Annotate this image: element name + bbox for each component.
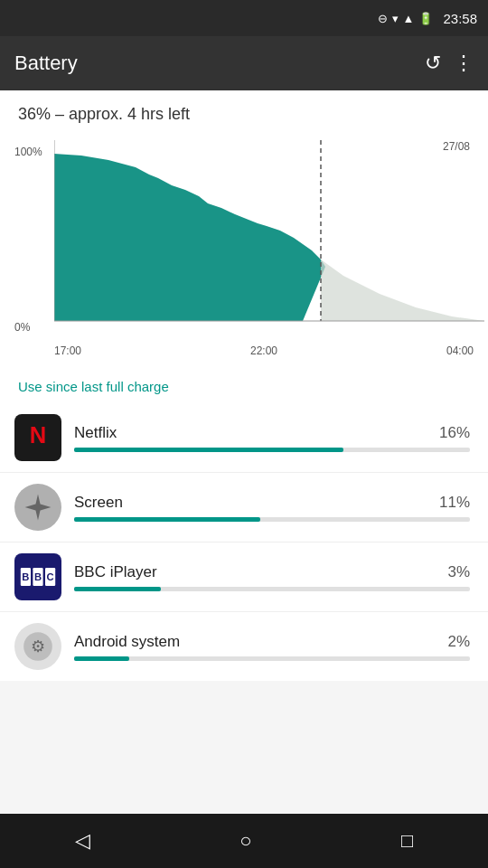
chart-container: 27/08 100% 0% 17:00 22:00 04:00	[0, 133, 488, 366]
netflix-info: Netflix 16%	[74, 424, 470, 452]
status-bar: ⊖ ▾ ▲ 🔋 23:58	[0, 0, 488, 36]
recent-button[interactable]: □	[401, 829, 413, 853]
android-bar-fill	[74, 656, 129, 661]
y-label-100: 100%	[14, 146, 42, 158]
chart-svg	[54, 140, 474, 343]
x-label-0400: 04:00	[446, 344, 474, 357]
svg-text:C: C	[47, 571, 54, 582]
svg-marker-1	[321, 259, 484, 321]
bbc-icon: B B C	[14, 553, 61, 600]
screen-bar-bg	[74, 517, 470, 522]
screen-icon	[14, 484, 61, 531]
netflix-pct: 16%	[439, 424, 470, 442]
bbc-pct: 3%	[447, 563, 470, 581]
x-label-2200: 22:00	[250, 344, 277, 357]
chart-x-labels: 17:00 22:00 04:00	[54, 343, 474, 359]
refresh-button[interactable]: ↺	[425, 52, 441, 75]
chart-date-label: 27/08	[443, 140, 470, 153]
svg-text:⚙: ⚙	[31, 637, 45, 656]
signal-icon: ▲	[403, 12, 415, 25]
screen-bar-fill	[74, 517, 260, 522]
screen-name: Screen	[74, 494, 123, 512]
status-time: 23:58	[443, 11, 477, 26]
netflix-bar-bg	[74, 448, 470, 452]
android-pct: 2%	[447, 633, 470, 651]
toolbar-actions: ↺ ⋮	[425, 52, 474, 75]
svg-text:B: B	[34, 571, 42, 582]
status-icons: ⊖ ▾ ▲ 🔋 23:58	[378, 11, 477, 26]
bbc-bar-bg	[74, 587, 470, 591]
list-item[interactable]: Screen 11%	[0, 473, 488, 542]
bbc-bar-fill	[74, 587, 161, 591]
list-item[interactable]: N Netflix 16%	[0, 403, 488, 473]
app-list: N Netflix 16% Screen 11%	[0, 403, 488, 681]
y-label-0: 0%	[14, 321, 42, 334]
netflix-icon: N	[14, 414, 61, 461]
battery-icon: 🔋	[418, 12, 433, 25]
svg-text:B: B	[22, 571, 29, 582]
list-item[interactable]: B B C BBC iPlayer 3%	[0, 542, 488, 612]
netflix-name: Netflix	[74, 424, 117, 442]
wifi-icon: ▾	[392, 12, 399, 25]
back-button[interactable]: ◁	[75, 829, 90, 853]
toolbar: Battery ↺ ⋮	[0, 36, 488, 90]
svg-marker-6	[25, 495, 52, 521]
android-name: Android system	[74, 633, 180, 651]
page-title: Battery	[14, 52, 425, 75]
home-button[interactable]: ○	[239, 829, 251, 853]
section-header: Use since last full charge	[0, 366, 488, 403]
battery-summary-text: 36% – approx. 4 hrs left	[18, 105, 190, 123]
battery-summary: 36% – approx. 4 hrs left	[0, 90, 488, 133]
screen-info: Screen 11%	[74, 494, 470, 522]
screen-pct: 11%	[439, 494, 470, 512]
list-item[interactable]: ⚙ Android system 2%	[0, 612, 488, 681]
svg-marker-0	[54, 154, 325, 321]
section-header-text: Use since last full charge	[18, 379, 169, 394]
android-icon: ⚙	[14, 623, 61, 670]
block-icon: ⊖	[378, 12, 388, 25]
nav-bar: ◁ ○ □	[0, 814, 488, 868]
bbc-name: BBC iPlayer	[74, 563, 157, 581]
netflix-bar-fill	[74, 448, 343, 452]
android-bar-bg	[74, 656, 470, 661]
bbc-info: BBC iPlayer 3%	[74, 563, 470, 591]
x-label-1700: 17:00	[54, 344, 81, 357]
more-options-button[interactable]: ⋮	[454, 52, 474, 75]
svg-text:N: N	[30, 423, 46, 448]
android-info: Android system 2%	[74, 633, 470, 661]
